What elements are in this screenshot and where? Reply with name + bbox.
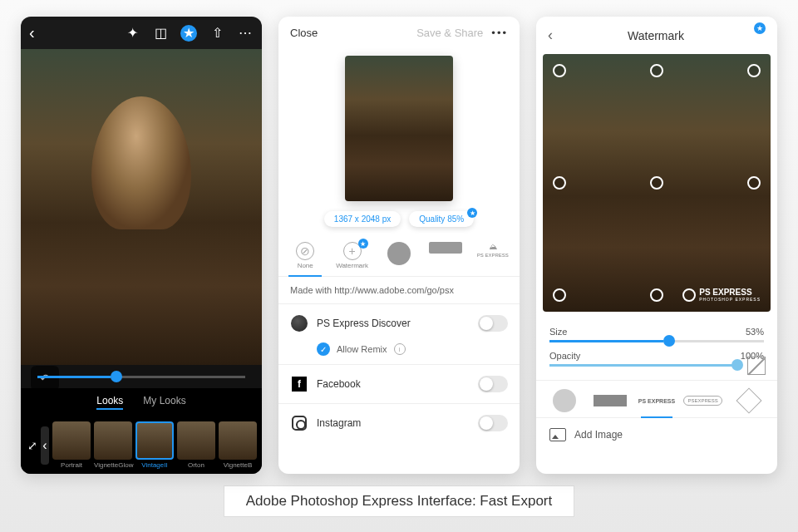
watermark-mountain[interactable]: ⛰PS EXPRESS <box>472 242 514 269</box>
lens-icon <box>682 288 696 302</box>
back-button[interactable]: ‹ <box>548 27 553 44</box>
compare-icon[interactable]: ◫ <box>152 25 169 42</box>
instagram-icon <box>292 416 307 431</box>
wm-style-5[interactable] <box>730 387 768 414</box>
anchor-bottom-center[interactable] <box>650 288 663 302</box>
save-share-button[interactable]: Save & Share <box>416 27 483 39</box>
anchor-mid-right[interactable] <box>747 176 761 190</box>
share-icon[interactable]: ⇧ <box>209 25 225 42</box>
tab-looks[interactable]: Looks <box>96 395 123 410</box>
editor-screen: ‹ ✦ ◫ ★ ⇧ ⋯ ↶ Looks My Looks ⤢ ‹ Portrai… <box>21 17 262 474</box>
share-header: Close Save & Share ••• <box>278 17 520 49</box>
globe-icon <box>291 315 308 332</box>
wm-style-3[interactable]: PS EXPRESS <box>638 387 676 414</box>
prev-filter-arrow[interactable]: ‹ <box>41 426 49 465</box>
facebook-row: f Facebook <box>278 364 520 403</box>
filter-strip: ⤢ ‹ Portrait VignetteGlow VintageII Orto… <box>21 416 262 474</box>
allow-remix-label: Allow Remix <box>337 344 387 354</box>
expand-icon[interactable]: ⤢ <box>27 437 37 454</box>
instagram-label: Instagram <box>317 417 361 429</box>
size-slider[interactable] <box>549 340 764 342</box>
looks-tabs: Looks My Looks <box>21 388 262 416</box>
discover-row: PS Express Discover <box>278 303 520 342</box>
instagram-toggle[interactable] <box>478 415 508 431</box>
instagram-row: Instagram <box>278 403 520 442</box>
box-icon <box>594 395 627 406</box>
watermark-sliders: Size53% Opacity100% <box>536 322 777 380</box>
image-icon <box>549 428 566 441</box>
discover-toggle[interactable] <box>478 315 508 332</box>
intensity-slider[interactable] <box>21 365 262 388</box>
anchor-top-center[interactable] <box>650 64 663 77</box>
resolution-pill[interactable]: 1367 x 2048 px <box>324 211 401 227</box>
watermark-title: Watermark★ <box>561 29 751 42</box>
premium-badge-icon: ★ <box>754 22 766 34</box>
watermark-style-grid: PS EXPRESS PSEXPRESS <box>536 380 777 417</box>
seal-icon <box>553 389 576 412</box>
mountain-watermark-icon: ⛰ <box>489 242 497 251</box>
magic-wand-icon[interactable]: ✦ <box>124 25 140 42</box>
star-icon[interactable]: ★ <box>180 25 197 42</box>
watermark-box[interactable] <box>425 242 466 269</box>
check-icon[interactable]: ✓ <box>317 342 330 356</box>
export-preview <box>278 49 520 211</box>
back-button[interactable]: ‹ <box>29 23 35 42</box>
watermark-seal[interactable] <box>378 242 420 269</box>
quality-pill[interactable]: Quality 85%★ <box>409 211 474 227</box>
export-settings: 1367 x 2048 px Quality 85%★ <box>278 211 520 235</box>
canvas-image[interactable] <box>21 49 262 365</box>
filter-orton[interactable]: Orton <box>177 421 215 469</box>
watermark-preview[interactable]: PS EXPRESS PHOTOSHOP EXPRESS <box>543 54 771 312</box>
info-icon[interactable]: i <box>394 343 406 355</box>
wm-style-4[interactable]: PSEXPRESS <box>684 387 722 414</box>
filter-vignetteglow[interactable]: VignetteGlow <box>94 421 132 469</box>
figure-caption: Adobe Photoshop Express Interface: Fast … <box>224 485 575 517</box>
opacity-slider[interactable] <box>549 364 737 367</box>
watermark-header: ‹ Watermark★ <box>536 17 777 54</box>
more-icon[interactable]: ⋯ <box>237 25 254 42</box>
compare-icon[interactable] <box>747 357 766 375</box>
made-with-text: Made with http://www.adobe.com/go/psx <box>278 277 520 303</box>
premium-badge-icon: ★ <box>467 208 477 218</box>
size-slider-row: Size53% <box>549 327 764 342</box>
filter-portrait[interactable]: Portrait <box>52 421 91 469</box>
anchor-mid-center[interactable] <box>650 176 663 190</box>
premium-badge-icon: ★ <box>358 239 368 249</box>
tab-mylooks[interactable]: My Looks <box>143 395 185 410</box>
watermark-selector: ⊘None +Watermark★ ⛰PS EXPRESS <box>278 235 520 277</box>
size-value: 53% <box>746 327 764 337</box>
add-image-button[interactable]: Add Image <box>536 417 777 451</box>
watermark-screen: ‹ Watermark★ PS EXPRESS PHOTOSHOP EXPRES… <box>536 17 777 474</box>
facebook-toggle[interactable] <box>478 376 508 392</box>
editor-toolbar: ‹ ✦ ◫ ★ ⇧ ⋯ <box>21 17 262 49</box>
preview-thumb <box>345 56 453 201</box>
wm-style-1[interactable] <box>545 387 584 414</box>
box-watermark-icon <box>429 242 462 254</box>
facebook-label: Facebook <box>317 378 361 390</box>
opacity-label: Opacity <box>549 351 580 361</box>
diamond-icon <box>736 387 762 413</box>
seal-watermark-icon <box>387 242 411 265</box>
watermark-none[interactable]: ⊘None <box>284 242 326 269</box>
discover-label: PS Express Discover <box>317 318 411 329</box>
filter-vignetteb[interactable]: VignetteB <box>219 421 257 469</box>
allow-remix-row: ✓ Allow Remix i <box>278 342 520 364</box>
close-button[interactable]: Close <box>290 27 318 39</box>
wm-style-2[interactable] <box>591 387 629 414</box>
anchor-bottom-left[interactable] <box>553 288 566 302</box>
anchor-top-left[interactable] <box>553 64 566 77</box>
opacity-slider-row: Opacity100% <box>549 351 764 367</box>
none-icon: ⊘ <box>296 242 314 260</box>
watermark-add[interactable]: +Watermark★ <box>332 242 373 269</box>
anchor-mid-left[interactable] <box>553 176 566 190</box>
anchor-top-right[interactable] <box>747 64 761 77</box>
more-menu-icon[interactable]: ••• <box>491 27 508 39</box>
facebook-icon: f <box>292 377 307 392</box>
share-screen: Close Save & Share ••• 1367 x 2048 px Qu… <box>278 17 520 474</box>
watermark-overlay[interactable]: PS EXPRESS PHOTOSHOP EXPRESS <box>682 288 761 302</box>
size-label: Size <box>549 327 567 337</box>
filter-vintageii[interactable]: VintageII <box>135 421 174 469</box>
